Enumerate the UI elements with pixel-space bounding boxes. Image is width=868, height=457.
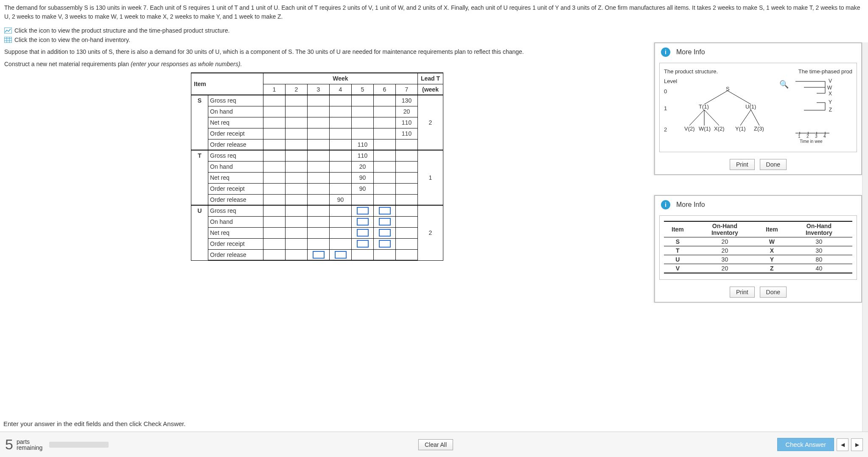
input-field[interactable] <box>357 207 369 215</box>
cell-T-net-w3 <box>308 172 330 183</box>
svg-line-11 <box>740 110 751 125</box>
cell-U-gross-w5[interactable] <box>352 205 374 216</box>
cell-T-onhand-w1 <box>263 161 286 172</box>
cell-U-receipt-w6[interactable] <box>374 238 396 249</box>
cell-S-net-w5 <box>352 117 374 128</box>
print-button[interactable]: Print <box>730 287 755 298</box>
inv-cell: 80 <box>786 255 852 264</box>
input-field[interactable] <box>335 251 347 259</box>
inv-cell: 20 <box>692 246 758 255</box>
cell-T-gross-w4 <box>330 150 352 161</box>
input-field[interactable] <box>313 251 325 259</box>
item-U: U <box>191 205 208 260</box>
cell-U-gross-w6[interactable] <box>374 205 396 216</box>
cell-U-receipt-w2 <box>286 238 308 249</box>
col-item: Item <box>191 73 263 95</box>
ps-left-title: The product structure. <box>664 68 718 75</box>
cell-U-receipt-w5[interactable] <box>352 238 374 249</box>
ps-right-title: The time-phased prod <box>798 68 852 75</box>
input-field[interactable] <box>357 218 369 226</box>
prev-button[interactable]: ◀ <box>837 438 848 451</box>
cell-S-gross-w3 <box>308 95 330 106</box>
cell-U-net-w5[interactable] <box>352 227 374 238</box>
cell-U-gross-w4 <box>330 205 352 216</box>
cell-T-onhand-w7 <box>396 161 418 172</box>
rowlabel-net: Net req <box>208 117 263 128</box>
rowlabel-net: Net req <box>208 227 263 238</box>
cell-S-net-w4 <box>330 117 352 128</box>
cell-S-release-w7 <box>396 139 418 150</box>
mrp-table: Item Week Lead T 1234567(week SGross req… <box>191 72 443 261</box>
print-button[interactable]: Print <box>730 159 755 170</box>
input-field[interactable] <box>379 240 391 248</box>
svg-rect-1 <box>4 37 12 43</box>
product-structure-diagram: Level 0 1 2 🔍 S T(1) U(1) V(2) W <box>664 78 783 142</box>
input-field[interactable] <box>379 229 391 237</box>
inv-cell: Y <box>758 255 786 264</box>
inv-cell: 40 <box>786 264 852 273</box>
cell-T-net-w5: 90 <box>352 172 374 183</box>
cell-S-gross-w6 <box>374 95 396 106</box>
product-structure-link[interactable]: Click the icon to view the product struc… <box>4 27 864 34</box>
col-lead2: (week <box>418 84 443 95</box>
lead-U: 2 <box>418 205 443 260</box>
scrollbar[interactable] <box>862 42 868 432</box>
cell-T-release-w5 <box>352 194 374 205</box>
cell-S-release-w4 <box>330 139 352 150</box>
info-icon: i <box>661 200 670 209</box>
inv-cell: U <box>664 255 692 264</box>
cell-U-net-w7 <box>396 227 418 238</box>
cell-U-gross-w1 <box>263 205 286 216</box>
inv-cell: Z <box>758 264 786 273</box>
input-field[interactable] <box>357 229 369 237</box>
rowlabel-net: Net req <box>208 172 263 183</box>
cell-T-receipt-w1 <box>263 183 286 194</box>
done-button[interactable]: Done <box>760 159 787 170</box>
inv-cell: X <box>758 246 786 255</box>
col-week: Week <box>263 73 418 84</box>
clear-all-button[interactable]: Clear All <box>418 439 453 450</box>
rowlabel-onhand: On hand <box>208 106 263 117</box>
cell-U-onhand-w6[interactable] <box>374 216 396 227</box>
cell-T-onhand-w5: 20 <box>352 161 374 172</box>
cell-S-gross-w5 <box>352 95 374 106</box>
cell-U-release-w4[interactable] <box>330 249 352 260</box>
cell-S-receipt-w5 <box>352 128 374 139</box>
svg-rect-0 <box>4 28 12 33</box>
cell-T-receipt-w7 <box>396 183 418 194</box>
cell-T-net-w7 <box>396 172 418 183</box>
week-col-4: 4 <box>330 84 352 95</box>
input-field[interactable] <box>379 207 391 215</box>
cell-U-release-w3[interactable] <box>308 249 330 260</box>
cell-S-onhand-w6 <box>374 106 396 117</box>
cell-T-net-w6 <box>374 172 396 183</box>
cell-U-net-w1 <box>263 227 286 238</box>
input-field[interactable] <box>357 240 369 248</box>
done-button[interactable]: Done <box>760 287 787 298</box>
next-button[interactable]: ▶ <box>851 438 863 451</box>
cell-U-gross-w3 <box>308 205 330 216</box>
cell-S-receipt-w6 <box>374 128 396 139</box>
cell-U-onhand-w5[interactable] <box>352 216 374 227</box>
cell-S-net-w2 <box>286 117 308 128</box>
cell-U-gross-w2 <box>286 205 308 216</box>
svg-line-6 <box>704 91 728 104</box>
cell-S-gross-w1 <box>263 95 286 106</box>
week-col-5: 5 <box>352 84 374 95</box>
cell-U-net-w2 <box>286 227 308 238</box>
input-field[interactable] <box>379 218 391 226</box>
cell-S-gross-w7: 130 <box>396 95 418 106</box>
cell-U-net-w6[interactable] <box>374 227 396 238</box>
check-answer-button[interactable]: Check Answer <box>777 438 834 451</box>
cell-T-onhand-w4 <box>330 161 352 172</box>
progress-bar <box>49 442 109 448</box>
cell-U-onhand-w1 <box>263 216 286 227</box>
week-col-3: 3 <box>308 84 330 95</box>
cell-T-release-w7 <box>396 194 418 205</box>
cell-U-onhand-w3 <box>308 216 330 227</box>
week-col-2: 2 <box>286 84 308 95</box>
lead-S: 2 <box>418 95 443 150</box>
cell-U-release-w6 <box>374 249 396 260</box>
rowlabel-onhand: On hand <box>208 216 263 227</box>
cell-T-release-w1 <box>263 194 286 205</box>
